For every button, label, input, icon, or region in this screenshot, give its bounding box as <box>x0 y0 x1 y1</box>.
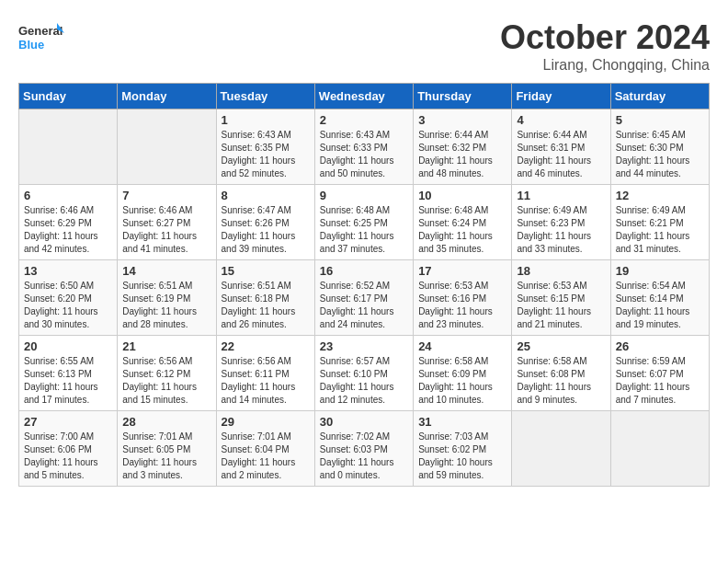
day-number: 19 <box>616 264 704 278</box>
day-info: Sunrise: 6:53 AMSunset: 6:16 PMDaylight:… <box>418 280 506 331</box>
day-info: Sunrise: 6:50 AMSunset: 6:20 PMDaylight:… <box>24 280 112 331</box>
calendar-week-row: 20 Sunrise: 6:55 AMSunset: 6:13 PMDaylig… <box>19 336 710 411</box>
calendar-cell: 3 Sunrise: 6:44 AMSunset: 6:32 PMDayligh… <box>414 109 512 185</box>
calendar-week-row: 27 Sunrise: 7:00 AMSunset: 6:06 PMDaylig… <box>19 411 710 487</box>
calendar-cell: 4 Sunrise: 6:44 AMSunset: 6:31 PMDayligh… <box>512 109 610 185</box>
weekday-header-saturday: Saturday <box>610 84 709 109</box>
day-info: Sunrise: 6:48 AMSunset: 6:25 PMDaylight:… <box>320 204 408 256</box>
day-info: Sunrise: 6:49 AMSunset: 6:23 PMDaylight:… <box>517 204 605 256</box>
day-number: 20 <box>24 339 112 353</box>
calendar-cell: 22 Sunrise: 6:56 AMSunset: 6:11 PMDaylig… <box>216 336 314 411</box>
day-info: Sunrise: 6:51 AMSunset: 6:18 PMDaylight:… <box>222 280 310 331</box>
calendar-cell: 1 Sunrise: 6:43 AMSunset: 6:35 PMDayligh… <box>216 109 314 185</box>
day-number: 8 <box>222 189 310 202</box>
day-number: 11 <box>517 189 605 202</box>
day-number: 14 <box>122 264 210 278</box>
day-info: Sunrise: 6:55 AMSunset: 6:13 PMDaylight:… <box>24 355 112 407</box>
calendar-table: SundayMondayTuesdayWednesdayThursdayFrid… <box>18 83 710 487</box>
calendar-week-row: 6 Sunrise: 6:46 AMSunset: 6:29 PMDayligh… <box>19 185 710 260</box>
calendar-cell: 8 Sunrise: 6:47 AMSunset: 6:26 PMDayligh… <box>216 185 314 260</box>
day-info: Sunrise: 6:56 AMSunset: 6:11 PMDaylight:… <box>222 355 310 407</box>
day-info: Sunrise: 6:43 AMSunset: 6:35 PMDaylight:… <box>222 129 310 180</box>
day-number: 7 <box>122 189 210 202</box>
day-info: Sunrise: 6:51 AMSunset: 6:19 PMDaylight:… <box>122 280 210 331</box>
day-info: Sunrise: 6:58 AMSunset: 6:08 PMDaylight:… <box>517 355 605 407</box>
svg-text:Blue: Blue <box>18 38 44 52</box>
day-info: Sunrise: 6:49 AMSunset: 6:21 PMDaylight:… <box>616 204 704 256</box>
calendar-cell: 11 Sunrise: 6:49 AMSunset: 6:23 PMDaylig… <box>512 185 610 260</box>
day-info: Sunrise: 6:52 AMSunset: 6:17 PMDaylight:… <box>320 280 408 331</box>
calendar-cell: 9 Sunrise: 6:48 AMSunset: 6:25 PMDayligh… <box>314 185 413 260</box>
day-number: 30 <box>320 415 408 429</box>
day-info: Sunrise: 6:58 AMSunset: 6:09 PMDaylight:… <box>418 355 506 407</box>
day-info: Sunrise: 7:03 AMSunset: 6:02 PMDaylight:… <box>418 431 506 482</box>
day-info: Sunrise: 6:47 AMSunset: 6:26 PMDaylight:… <box>222 204 310 256</box>
day-info: Sunrise: 6:43 AMSunset: 6:33 PMDaylight:… <box>320 129 408 180</box>
day-info: Sunrise: 6:44 AMSunset: 6:31 PMDaylight:… <box>517 129 605 180</box>
calendar-cell: 23 Sunrise: 6:57 AMSunset: 6:10 PMDaylig… <box>314 336 413 411</box>
calendar-cell: 31 Sunrise: 7:03 AMSunset: 6:02 PMDaylig… <box>414 411 512 487</box>
month-title: October 2024 <box>500 18 710 57</box>
day-number: 27 <box>24 415 112 429</box>
day-number: 3 <box>418 113 506 127</box>
weekday-header-thursday: Thursday <box>414 84 512 109</box>
calendar-cell: 19 Sunrise: 6:54 AMSunset: 6:14 PMDaylig… <box>610 260 709 336</box>
svg-text:General: General <box>18 24 63 38</box>
day-number: 24 <box>418 339 506 353</box>
calendar-cell: 21 Sunrise: 6:56 AMSunset: 6:12 PMDaylig… <box>118 336 216 411</box>
calendar-cell: 15 Sunrise: 6:51 AMSunset: 6:18 PMDaylig… <box>216 260 314 336</box>
calendar-week-row: 1 Sunrise: 6:43 AMSunset: 6:35 PMDayligh… <box>19 109 710 185</box>
day-number: 2 <box>320 113 408 127</box>
day-number: 26 <box>616 339 704 353</box>
calendar-week-row: 13 Sunrise: 6:50 AMSunset: 6:20 PMDaylig… <box>19 260 710 336</box>
day-info: Sunrise: 6:59 AMSunset: 6:07 PMDaylight:… <box>616 355 704 407</box>
day-info: Sunrise: 6:48 AMSunset: 6:24 PMDaylight:… <box>418 204 506 256</box>
day-number: 12 <box>616 189 704 202</box>
calendar-cell: 18 Sunrise: 6:53 AMSunset: 6:15 PMDaylig… <box>512 260 610 336</box>
weekday-header-row: SundayMondayTuesdayWednesdayThursdayFrid… <box>19 84 710 109</box>
day-info: Sunrise: 7:01 AMSunset: 6:04 PMDaylight:… <box>222 431 310 482</box>
day-info: Sunrise: 6:46 AMSunset: 6:29 PMDaylight:… <box>24 204 112 256</box>
weekday-header-monday: Monday <box>118 84 216 109</box>
day-number: 6 <box>24 189 112 202</box>
day-info: Sunrise: 7:02 AMSunset: 6:03 PMDaylight:… <box>320 431 408 482</box>
calendar-cell <box>19 109 118 185</box>
day-info: Sunrise: 6:54 AMSunset: 6:14 PMDaylight:… <box>616 280 704 331</box>
calendar-cell: 20 Sunrise: 6:55 AMSunset: 6:13 PMDaylig… <box>19 336 118 411</box>
title-block: October 2024 Lirang, Chongqing, China <box>500 18 710 74</box>
logo-svg: General Blue <box>18 18 64 60</box>
day-number: 23 <box>320 339 408 353</box>
logo: General Blue <box>18 18 64 60</box>
calendar-cell: 7 Sunrise: 6:46 AMSunset: 6:27 PMDayligh… <box>118 185 216 260</box>
calendar-cell: 6 Sunrise: 6:46 AMSunset: 6:29 PMDayligh… <box>19 185 118 260</box>
weekday-header-tuesday: Tuesday <box>216 84 314 109</box>
calendar-cell: 29 Sunrise: 7:01 AMSunset: 6:04 PMDaylig… <box>216 411 314 487</box>
day-number: 15 <box>222 264 310 278</box>
calendar-cell: 17 Sunrise: 6:53 AMSunset: 6:16 PMDaylig… <box>414 260 512 336</box>
day-info: Sunrise: 7:01 AMSunset: 6:05 PMDaylight:… <box>122 431 210 482</box>
calendar-cell: 2 Sunrise: 6:43 AMSunset: 6:33 PMDayligh… <box>314 109 413 185</box>
weekday-header-wednesday: Wednesday <box>314 84 413 109</box>
day-number: 18 <box>517 264 605 278</box>
weekday-header-sunday: Sunday <box>19 84 118 109</box>
calendar-cell: 25 Sunrise: 6:58 AMSunset: 6:08 PMDaylig… <box>512 336 610 411</box>
day-number: 25 <box>517 339 605 353</box>
day-number: 1 <box>222 113 310 127</box>
day-number: 17 <box>418 264 506 278</box>
calendar-cell <box>610 411 709 487</box>
location: Lirang, Chongqing, China <box>500 57 710 74</box>
calendar-cell: 28 Sunrise: 7:01 AMSunset: 6:05 PMDaylig… <box>118 411 216 487</box>
day-info: Sunrise: 6:44 AMSunset: 6:32 PMDaylight:… <box>418 129 506 180</box>
calendar-cell: 5 Sunrise: 6:45 AMSunset: 6:30 PMDayligh… <box>610 109 709 185</box>
page-header: General Blue October 2024 Lirang, Chongq… <box>18 18 710 74</box>
day-info: Sunrise: 6:46 AMSunset: 6:27 PMDaylight:… <box>122 204 210 256</box>
day-number: 28 <box>122 415 210 429</box>
calendar-cell: 24 Sunrise: 6:58 AMSunset: 6:09 PMDaylig… <box>414 336 512 411</box>
day-info: Sunrise: 6:53 AMSunset: 6:15 PMDaylight:… <box>517 280 605 331</box>
calendar-cell <box>512 411 610 487</box>
calendar-cell <box>118 109 216 185</box>
day-number: 5 <box>616 113 704 127</box>
calendar-cell: 16 Sunrise: 6:52 AMSunset: 6:17 PMDaylig… <box>314 260 413 336</box>
calendar-cell: 26 Sunrise: 6:59 AMSunset: 6:07 PMDaylig… <box>610 336 709 411</box>
day-number: 9 <box>320 189 408 202</box>
